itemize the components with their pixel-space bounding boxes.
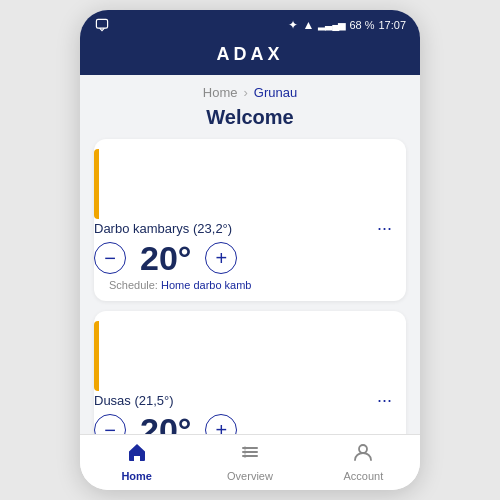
device-card-2: Dusas (21,5°) ··· − 20° + Schedule: Dusa… — [94, 311, 406, 434]
nav-label-overview: Overview — [227, 470, 273, 482]
breadcrumb-separator: › — [243, 85, 247, 100]
card-title-1: Darbo kambarys (23,2°) — [94, 221, 232, 236]
battery-label: 68 % — [349, 19, 374, 31]
card-controls-1: − 20° + — [94, 241, 392, 275]
card-controls-2: − 20° + — [94, 413, 392, 434]
time-label: 17:07 — [378, 19, 406, 31]
increase-btn-1[interactable]: + — [205, 242, 237, 274]
nav-label-account: Account — [343, 470, 383, 482]
card-more-1[interactable]: ··· — [371, 219, 392, 237]
card-title-row-1: Darbo kambarys (23,2°) ··· — [94, 219, 392, 237]
svg-point-4 — [243, 447, 246, 450]
svg-point-6 — [243, 455, 246, 458]
card-title-2: Dusas (21,5°) — [94, 393, 174, 408]
card-temp-2: 20° — [140, 413, 191, 434]
bottom-nav: Home Overview — [80, 434, 420, 490]
card-accent-1 — [94, 149, 99, 219]
signal-icon: ▂▃▄▅ — [318, 19, 345, 30]
device-card-1: Darbo kambarys (23,2°) ··· − 20° + Sched… — [94, 139, 406, 301]
increase-btn-2[interactable]: + — [205, 414, 237, 434]
status-right: ✦ ▲ ▂▃▄▅ 68 % 17:07 — [288, 18, 406, 32]
wifi-icon: ▲ — [302, 18, 314, 32]
nav-item-home[interactable]: Home — [80, 441, 193, 482]
home-icon — [126, 441, 148, 468]
overview-icon — [239, 441, 261, 468]
svg-point-7 — [359, 445, 367, 453]
schedule-link-1[interactable]: Home darbo kamb — [161, 279, 252, 291]
notification-icon — [94, 17, 110, 33]
status-left — [94, 17, 110, 33]
card-more-2[interactable]: ··· — [371, 391, 392, 409]
status-bar: ✦ ▲ ▂▃▄▅ 68 % 17:07 — [80, 10, 420, 38]
app-logo: ADAX — [80, 44, 420, 65]
card-body-1: Darbo kambarys (23,2°) ··· − 20° + Sched… — [94, 219, 392, 291]
decrease-btn-1[interactable]: − — [94, 242, 126, 274]
nav-label-home: Home — [121, 470, 152, 482]
main-content: Home › Grunau Welcome Darbo kambarys (23… — [80, 75, 420, 434]
card-schedule-1: Schedule: Home darbo kamb — [94, 279, 392, 291]
nav-item-overview[interactable]: Overview — [193, 441, 306, 482]
card-temp-1: 20° — [140, 241, 191, 275]
decrease-btn-2[interactable]: − — [94, 414, 126, 434]
app-header: ADAX — [80, 38, 420, 75]
phone-frame: ✦ ▲ ▂▃▄▅ 68 % 17:07 ADAX Home › Grunau W… — [80, 10, 420, 490]
welcome-title: Welcome — [80, 102, 420, 139]
breadcrumb-current[interactable]: Grunau — [254, 85, 297, 100]
nav-item-account[interactable]: Account — [307, 441, 420, 482]
card-body-2: Dusas (21,5°) ··· − 20° + Schedule: Dusa… — [94, 391, 392, 434]
card-title-row-2: Dusas (21,5°) ··· — [94, 391, 392, 409]
bluetooth-icon: ✦ — [288, 18, 298, 32]
svg-rect-0 — [96, 19, 107, 28]
breadcrumb-home: Home — [203, 85, 238, 100]
schedule-label-1: Schedule: — [109, 279, 158, 291]
svg-point-5 — [243, 451, 246, 454]
breadcrumb: Home › Grunau — [80, 75, 420, 102]
account-icon — [352, 441, 374, 468]
card-accent-2 — [94, 321, 99, 391]
